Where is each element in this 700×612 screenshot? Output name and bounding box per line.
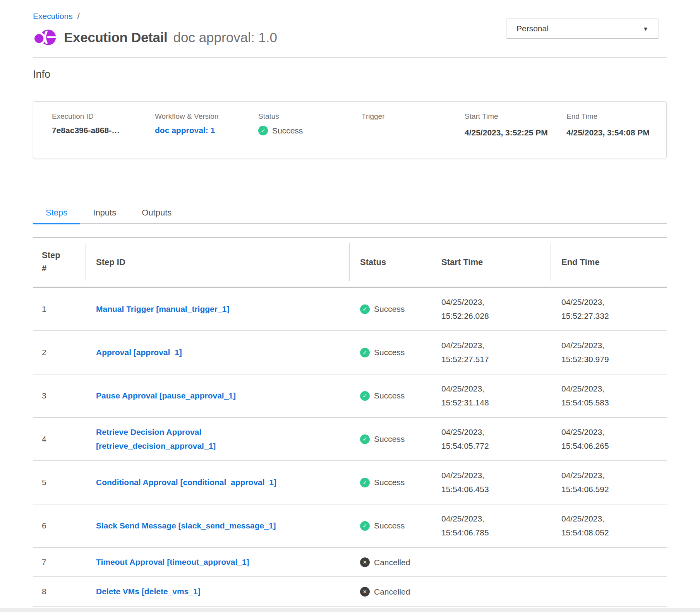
tab-outputs[interactable]: Outputs xyxy=(129,205,184,223)
info-field-execution-id: Execution ID 7e8ac396-a868-… xyxy=(52,112,155,158)
workflow-version-link[interactable]: doc approval: 1 xyxy=(155,126,215,135)
step-id-link[interactable]: Conditional Approval [conditional_approv… xyxy=(96,475,276,489)
info-label: Execution ID xyxy=(52,112,155,121)
step-id-link[interactable]: Pause Approval [pause_approval_1] xyxy=(96,389,236,403)
end-time-cell xyxy=(551,577,667,606)
status-badge: Success xyxy=(360,348,405,357)
start-time-value: 4/25/2023, 3:52:25 PM xyxy=(465,126,549,139)
step-number: 5 xyxy=(33,461,86,504)
execution-detail-page: Executions/ Execution Detail doc approva… xyxy=(0,0,700,612)
start-time-cell: 04/25/2023, 15:52:31.148 xyxy=(430,374,551,417)
column-header-step-number: Step # xyxy=(33,238,86,287)
info-field-end-time: End Time 4/25/2023, 3:54:08 PM xyxy=(566,112,659,158)
end-time-cell: 04/25/2023, 15:54:05.583 xyxy=(551,374,667,417)
column-separator xyxy=(349,243,350,281)
step-number: 6 xyxy=(33,504,86,547)
step-id-link[interactable]: Timeout Approval [timeout_approval_1] xyxy=(96,555,249,569)
status-label: Success xyxy=(374,348,405,357)
info-label: End Time xyxy=(566,112,659,121)
cancelled-icon xyxy=(360,557,370,567)
status-badge: Success xyxy=(360,391,405,401)
step-id-link[interactable]: Approval [approval_1] xyxy=(96,345,182,359)
table-row: 2 Approval [approval_1] Success 04/25/20… xyxy=(33,331,667,374)
tab-steps[interactable]: Steps xyxy=(33,205,80,223)
status-label: Cancelled xyxy=(374,587,410,597)
status-badge: Success xyxy=(360,478,405,487)
info-field-start-time: Start Time 4/25/2023, 3:52:25 PM xyxy=(465,112,566,158)
step-number: 3 xyxy=(33,374,86,417)
info-section-title: Info xyxy=(33,68,667,80)
breadcrumb-separator: / xyxy=(77,12,80,21)
status-badge: Success xyxy=(258,126,303,135)
status-label: Success xyxy=(272,126,303,135)
column-header-step-id: Step ID xyxy=(86,238,349,287)
breadcrumb-executions-link[interactable]: Executions xyxy=(33,12,73,21)
info-card: Execution ID 7e8ac396-a868-… Workflow & … xyxy=(33,101,667,158)
start-time-cell: 04/25/2023, 15:52:26.028 xyxy=(430,287,551,331)
breadcrumb: Executions/ xyxy=(33,0,667,21)
info-field-status: Status Success xyxy=(258,112,362,158)
step-number: 8 xyxy=(33,577,86,606)
divider xyxy=(33,57,667,58)
execution-id-value: 7e8ac396-a868-… xyxy=(52,126,155,135)
start-time-cell xyxy=(430,577,551,606)
step-number: 2 xyxy=(33,331,86,374)
step-id-link[interactable]: Retrieve Decision Approval [retrieve_dec… xyxy=(96,425,313,453)
end-time-cell xyxy=(551,547,667,577)
table-row: 8 Delete VMs [delete_vms_1] Cancelled xyxy=(33,577,667,606)
table-row: 5 Conditional Approval [conditional_appr… xyxy=(33,461,667,504)
step-number: 7 xyxy=(33,547,86,577)
status-label: Success xyxy=(374,521,405,530)
end-time-cell: 04/25/2023, 15:54:06.592 xyxy=(551,461,667,504)
end-time-value: 4/25/2023, 3:54:08 PM xyxy=(566,126,651,139)
status-badge: Cancelled xyxy=(360,557,410,567)
status-badge: Success xyxy=(360,304,405,314)
column-header-start-time: Start Time xyxy=(430,238,551,287)
scope-dropdown[interactable]: Personal ▼ xyxy=(506,19,659,39)
divider xyxy=(33,90,667,90)
steps-table: Step # Step ID Status Start Time End Tim… xyxy=(33,237,667,607)
start-time-cell: 04/25/2023, 15:52:27.517 xyxy=(430,331,551,374)
status-label: Cancelled xyxy=(374,558,410,567)
start-time-cell xyxy=(430,547,551,577)
workflow-icon xyxy=(33,26,58,49)
status-label: Success xyxy=(374,304,405,314)
table-row: 4 Retrieve Decision Approval [retrieve_d… xyxy=(33,417,667,461)
table-row: 1 Manual Trigger [manual_trigger_1] Succ… xyxy=(33,287,667,331)
tab-inputs[interactable]: Inputs xyxy=(80,205,129,223)
status-label: Success xyxy=(374,478,405,487)
info-label: Workflow & Version xyxy=(155,112,258,121)
tab-bar: Steps Inputs Outputs xyxy=(33,205,667,224)
success-icon xyxy=(360,304,370,314)
column-header-status: Status xyxy=(349,238,430,287)
bottom-strip xyxy=(0,608,700,612)
info-label: Status xyxy=(258,112,362,121)
column-separator xyxy=(430,243,430,281)
column-separator xyxy=(551,243,551,281)
status-badge: Cancelled xyxy=(360,587,410,597)
status-label: Success xyxy=(374,391,405,400)
table-row: 3 Pause Approval [pause_approval_1] Succ… xyxy=(33,374,667,417)
info-field-trigger: Trigger xyxy=(362,112,465,158)
step-number: 4 xyxy=(33,417,86,461)
start-time-cell: 04/25/2023, 15:54:05.772 xyxy=(430,417,551,461)
info-field-workflow-version: Workflow & Version doc approval: 1 xyxy=(155,112,258,158)
table-header-row: Step # Step ID Status Start Time End Tim… xyxy=(33,238,667,287)
status-badge: Success xyxy=(360,434,405,444)
info-label: Trigger xyxy=(362,112,465,121)
end-time-cell: 04/25/2023, 15:52:27.332 xyxy=(551,287,667,331)
end-time-cell: 04/25/2023, 15:54:06.265 xyxy=(551,417,667,461)
column-separator xyxy=(86,243,86,281)
chevron-down-icon: ▼ xyxy=(643,26,649,32)
table-row: 7 Timeout Approval [timeout_approval_1] … xyxy=(33,547,667,577)
cancelled-icon xyxy=(360,587,370,597)
page-subtitle: doc approval: 1.0 xyxy=(173,30,278,45)
step-id-link[interactable]: Manual Trigger [manual_trigger_1] xyxy=(96,302,229,316)
page-title: Execution Detail xyxy=(64,30,168,45)
end-time-cell: 04/25/2023, 15:52:30.979 xyxy=(551,331,667,374)
success-icon xyxy=(258,126,268,135)
info-label: Start Time xyxy=(465,112,566,121)
step-id-link[interactable]: Slack Send Message [slack_send_message_1… xyxy=(96,519,276,533)
success-icon xyxy=(360,348,370,357)
step-id-link[interactable]: Delete VMs [delete_vms_1] xyxy=(96,585,201,598)
